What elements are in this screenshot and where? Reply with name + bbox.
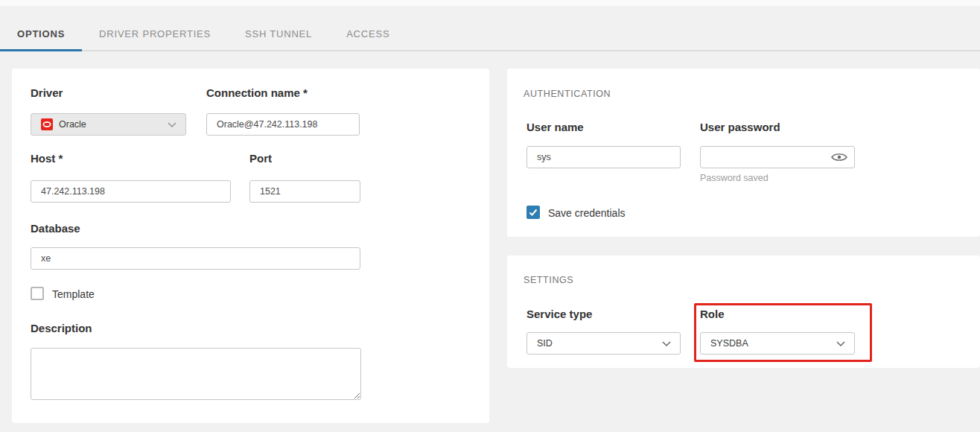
driver-label: Driver bbox=[31, 86, 63, 99]
main-options-panel: Driver Oracle Connection name * Host * P… bbox=[12, 69, 489, 423]
user-name-input[interactable] bbox=[526, 146, 681, 168]
description-textarea[interactable] bbox=[31, 348, 361, 400]
port-input[interactable] bbox=[249, 180, 360, 203]
connection-name-label: Connection name * bbox=[206, 86, 308, 99]
settings-header: SETTINGS bbox=[524, 275, 573, 285]
tab-bar: OPTIONS DRIVER PROPERTIES SSH TUNNEL ACC… bbox=[0, 0, 980, 51]
oracle-logo-icon bbox=[41, 118, 53, 130]
service-type-label: Service type bbox=[526, 308, 592, 320]
authentication-panel: AUTHENTICATION User name User password P… bbox=[507, 69, 980, 237]
connection-name-input[interactable] bbox=[206, 113, 360, 136]
chevron-down-icon bbox=[168, 122, 176, 127]
save-credentials-checkbox[interactable] bbox=[526, 206, 540, 219]
authentication-header: AUTHENTICATION bbox=[524, 89, 611, 99]
driver-select[interactable]: Oracle bbox=[31, 113, 186, 136]
description-label: Description bbox=[31, 322, 92, 334]
role-select[interactable]: SYSDBA bbox=[700, 332, 855, 355]
user-password-label: User password bbox=[700, 121, 780, 133]
eye-icon[interactable] bbox=[831, 152, 847, 162]
database-input[interactable] bbox=[31, 247, 360, 270]
connection-settings-screen: OPTIONS DRIVER PROPERTIES SSH TUNNEL ACC… bbox=[0, 0, 980, 432]
save-credentials-label: Save credentials bbox=[548, 207, 626, 219]
user-password-field bbox=[700, 146, 855, 168]
tab-access[interactable]: ACCESS bbox=[329, 17, 407, 50]
tab-driver-properties[interactable]: DRIVER PROPERTIES bbox=[82, 17, 228, 50]
user-name-label: User name bbox=[526, 121, 584, 133]
chevron-down-icon bbox=[662, 341, 671, 346]
chevron-down-icon bbox=[836, 341, 845, 346]
tab-options[interactable]: OPTIONS bbox=[0, 17, 82, 50]
template-checkbox[interactable] bbox=[31, 287, 44, 300]
tab-ssh-tunnel[interactable]: SSH TUNNEL bbox=[228, 17, 329, 50]
service-type-select[interactable]: SID bbox=[526, 332, 681, 355]
settings-panel: SETTINGS Service type SID Role SYSDBA bbox=[507, 255, 980, 368]
port-label: Port bbox=[249, 152, 272, 165]
role-value: SYSDBA bbox=[710, 338, 836, 349]
host-input[interactable] bbox=[31, 180, 231, 203]
database-label: Database bbox=[31, 222, 80, 235]
password-saved-hint: Password saved bbox=[700, 173, 769, 183]
driver-select-value: Oracle bbox=[59, 119, 168, 130]
template-label: Template bbox=[52, 288, 95, 300]
service-type-value: SID bbox=[537, 338, 662, 349]
host-label: Host * bbox=[31, 152, 63, 165]
role-label: Role bbox=[700, 308, 725, 320]
